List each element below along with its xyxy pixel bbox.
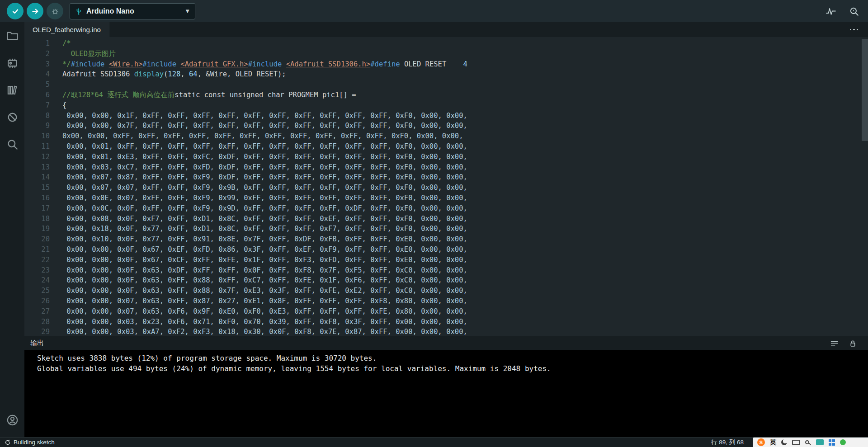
line-number: 18: [24, 214, 50, 224]
line-number: 8: [24, 111, 50, 121]
code-line[interactable]: 12 0x00, 0x01, 0xE3, 0xFF, 0xFF, 0xFC, 0…: [24, 152, 868, 162]
code-line[interactable]: 19 0x00, 0x18, 0x0F, 0x77, 0xFF, 0xD1, 0…: [24, 224, 868, 234]
ime-keyboard-icon[interactable]: [792, 440, 800, 445]
code-text: {: [50, 100, 66, 111]
more-actions-button[interactable]: [850, 22, 868, 37]
code-line[interactable]: 28 0x00, 0x00, 0x03, 0x23, 0xF6, 0x71, 0…: [24, 317, 868, 327]
scrollbar-thumb[interactable]: [862, 39, 868, 141]
clear-output-button[interactable]: [830, 339, 839, 348]
debug-button[interactable]: [47, 3, 63, 19]
sidebar-item-boards-manager[interactable]: [0, 49, 24, 76]
line-number: 25: [24, 286, 50, 296]
line-number: 3: [24, 59, 50, 70]
more-actions-icon: [850, 29, 859, 31]
code-line[interactable]: 7{: [24, 100, 868, 111]
code-line[interactable]: 18 0x00, 0x08, 0x0F, 0xF7, 0xFF, 0xD1, 0…: [24, 214, 868, 224]
toolbar: Arduino Nano ▼: [0, 0, 868, 22]
serial-plotter-button[interactable]: [826, 6, 836, 16]
code-line[interactable]: 2 OLED显示图片: [24, 49, 868, 59]
code-line[interactable]: 24 0x00, 0x00, 0x0F, 0x63, 0xFF, 0x88, 0…: [24, 275, 868, 286]
code-line[interactable]: 16 0x00, 0x0E, 0x07, 0xFF, 0xFF, 0xF9, 0…: [24, 193, 868, 203]
sidebar-item-account[interactable]: [0, 406, 24, 433]
code-text: /*: [50, 38, 71, 49]
line-number: 22: [24, 255, 50, 265]
activity-sidebar: [0, 22, 24, 437]
output-actions: [830, 339, 868, 348]
verify-button[interactable]: [7, 3, 24, 19]
ime-moon-icon[interactable]: [781, 439, 787, 445]
code-line[interactable]: 5: [24, 80, 868, 90]
code-text: 0x00, 0x00, 0x07, 0x63, 0xFF, 0x87, 0x27…: [50, 296, 467, 306]
lock-icon: [849, 339, 857, 348]
line-number: 2: [24, 49, 50, 59]
sidebar-item-sketchbook[interactable]: [0, 22, 24, 49]
ime-search-icon[interactable]: [805, 440, 809, 444]
code-line[interactable]: 15 0x00, 0x07, 0x07, 0xFF, 0xFF, 0xF9, 0…: [24, 183, 868, 193]
account-icon: [6, 414, 19, 426]
code-line[interactable]: 21 0x00, 0x00, 0x0F, 0x67, 0xEF, 0xFD, 0…: [24, 245, 868, 255]
clear-output-icon: [830, 339, 839, 348]
code-line[interactable]: 3*/#include <Wire.h>#include <Adafruit_G…: [24, 59, 868, 70]
code-line[interactable]: 27 0x00, 0x00, 0x07, 0x63, 0xF6, 0x9F, 0…: [24, 306, 868, 317]
ime-lang-indicator[interactable]: 英: [770, 438, 776, 447]
code-line[interactable]: 22 0x00, 0x00, 0x0F, 0x67, 0xCF, 0xFF, 0…: [24, 255, 868, 265]
sidebar-item-debug[interactable]: [0, 104, 24, 131]
code-line[interactable]: 6//取128*64 逐行式 顺向高位在前static const unsign…: [24, 90, 868, 100]
board-selector[interactable]: Arduino Nano ▼: [70, 3, 195, 19]
toolbar-right-actions: [826, 6, 868, 16]
line-number: 9: [24, 121, 50, 131]
line-number: 27: [24, 306, 50, 317]
code-line[interactable]: 17 0x00, 0x0C, 0x0F, 0xFF, 0xFF, 0xF9, 0…: [24, 203, 868, 214]
sidebar-item-search[interactable]: [0, 131, 24, 158]
line-number: 14: [24, 172, 50, 183]
code-text: //取128*64 逐行式 顺向高位在前static const unsigne…: [50, 90, 356, 100]
line-number: 1: [24, 38, 50, 49]
code-text: 0x00, 0x10, 0x0F, 0x77, 0xFF, 0x91, 0x8E…: [50, 234, 467, 245]
code-line[interactable]: 9 0x00, 0x00, 0x7F, 0xFF, 0xFF, 0xFF, 0x…: [24, 121, 868, 131]
sidebar-item-library-manager[interactable]: [0, 76, 24, 104]
output-panel-title: 输出: [30, 339, 44, 348]
code-line[interactable]: 14 0x00, 0x07, 0x87, 0xFF, 0xFF, 0xF9, 0…: [24, 172, 868, 183]
editor-scrollbar[interactable]: [862, 37, 868, 336]
code-line[interactable]: 29 0x00, 0x00, 0x03, 0xA7, 0xF2, 0xF3, 0…: [24, 327, 868, 336]
code-text: 0x00, 0x00, 0x7F, 0xFF, 0xFF, 0xFF, 0xFF…: [50, 121, 467, 131]
code-line[interactable]: 23 0x00, 0x00, 0x0F, 0x63, 0xDF, 0xFF, 0…: [24, 265, 868, 276]
tab-label: OLED_featherwing.ino: [33, 26, 101, 33]
output-panel-header: 输出: [24, 336, 868, 350]
build-status-text: Building sketch: [14, 439, 55, 446]
build-status: Building sketch: [5, 439, 55, 446]
sync-icon: [5, 439, 11, 446]
ime-status-icon[interactable]: [840, 439, 846, 445]
code-line[interactable]: 11 0x00, 0x01, 0xFF, 0xFF, 0xFF, 0xFF, 0…: [24, 141, 868, 152]
code-text: 0x00, 0x00, 0x03, 0xA7, 0xF2, 0xF3, 0x18…: [50, 327, 467, 336]
code-text: */#include <Wire.h>#include <Adafruit_GF…: [50, 59, 467, 70]
code-line[interactable]: 20 0x00, 0x10, 0x0F, 0x77, 0xFF, 0x91, 0…: [24, 234, 868, 245]
cursor-position[interactable]: 行 89, 列 68: [711, 438, 744, 447]
code-text: Adafruit_SSD1306 display(128, 64, &Wire,…: [50, 69, 286, 80]
code-line[interactable]: 8 0x00, 0x00, 0x1F, 0xFF, 0xFF, 0xFF, 0x…: [24, 111, 868, 121]
code-line[interactable]: 1/*: [24, 38, 868, 49]
code-line[interactable]: 26 0x00, 0x00, 0x07, 0x63, 0xFF, 0x87, 0…: [24, 296, 868, 306]
ime-logo-icon[interactable]: S: [757, 438, 765, 446]
toggle-autoscroll-button[interactable]: [849, 339, 857, 348]
console-content: Sketch uses 3838 bytes (12%) of program …: [24, 350, 868, 437]
ime-image-icon[interactable]: [816, 439, 824, 445]
code-line[interactable]: 25 0x00, 0x00, 0x0F, 0x63, 0xFF, 0x88, 0…: [24, 286, 868, 296]
code-line[interactable]: 13 0x00, 0x03, 0xC7, 0xFF, 0xFF, 0xFD, 0…: [24, 162, 868, 173]
board-selector-label: Arduino Nano: [86, 7, 134, 15]
line-number: 19: [24, 224, 50, 234]
line-number: 24: [24, 275, 50, 286]
line-number: 26: [24, 296, 50, 306]
ime-toolbox-icon[interactable]: [829, 439, 835, 446]
serial-monitor-button[interactable]: [849, 6, 859, 16]
console-line: Sketch uses 3838 bytes (12%) of program …: [37, 353, 868, 363]
code-text: 0x00, 0x0E, 0x07, 0xFF, 0xFF, 0xF9, 0x99…: [50, 193, 467, 203]
code-line[interactable]: 100x00, 0x00, 0xFF, 0xFF, 0xFF, 0xFF, 0x…: [24, 131, 868, 141]
tab-oled-featherwing[interactable]: OLED_featherwing.ino: [24, 22, 109, 37]
code-line[interactable]: 4Adafruit_SSD1306 display(128, 64, &Wire…: [24, 69, 868, 80]
line-number: 28: [24, 317, 50, 327]
ime-toolbar: S 英: [753, 438, 868, 447]
line-number: 29: [24, 327, 50, 336]
upload-button[interactable]: [27, 3, 43, 19]
code-editor[interactable]: 1/*2 OLED显示图片3*/#include <Wire.h>#includ…: [24, 37, 868, 336]
